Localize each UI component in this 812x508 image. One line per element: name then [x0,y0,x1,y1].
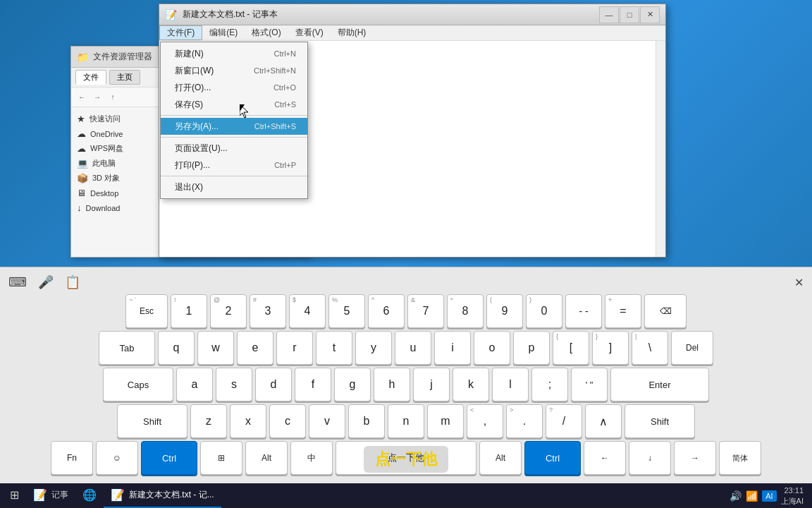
key-v[interactable]: v [309,404,345,438]
key-n[interactable]: n [388,404,424,438]
key-p[interactable]: p [513,331,550,365]
key-arrow-down[interactable]: ↓ [629,441,671,475]
menu-exit[interactable]: 退出(X) [161,179,307,195]
key-arrow-right[interactable]: → [674,441,716,475]
np-minimize-button[interactable]: — [599,6,619,23]
keyboard-layout-icon[interactable]: ⌨ [8,274,27,290]
key-h[interactable]: h [374,368,410,401]
key-comma[interactable]: <, [467,404,503,438]
np-close-button[interactable]: ✕ [640,6,660,23]
key-m[interactable]: m [427,404,464,438]
taskbar-notepad-item[interactable]: 📝 记事 [26,483,75,508]
key-l[interactable]: l [492,368,529,401]
key-o[interactable]: o [474,331,510,365]
key-fn[interactable]: Fn [51,441,93,475]
key-9[interactable]: (9 [486,294,523,328]
taskbar-start-button[interactable]: ⊞ [3,483,26,508]
taskbar-active-notepad-item[interactable]: 📝 新建文本文档.txt - 记... [104,483,221,508]
nav-forward-button[interactable]: → [91,91,104,104]
key-shift-right[interactable]: Shift [625,404,695,438]
menu-save[interactable]: 保存(S) Ctrl+S [161,96,307,113]
key-1[interactable]: !1 [171,294,207,328]
key-shift-left[interactable]: Shift [117,404,187,438]
key-a[interactable]: a [176,368,213,401]
key-u[interactable]: u [395,331,431,365]
menu-format[interactable]: 格式(O) [245,25,288,40]
key-e[interactable]: e [237,331,273,365]
menu-print[interactable]: 打印(P)... Ctrl+P [161,157,307,174]
key-2[interactable]: @2 [210,294,247,328]
key-3[interactable]: #3 [250,294,286,328]
taskbar-browser-item[interactable]: 🌐 [75,483,104,508]
key-enter[interactable]: Enter [610,368,709,401]
key-period[interactable]: >. [506,404,543,438]
key-r[interactable]: r [276,331,313,365]
menu-help[interactable]: 帮助(H) [331,25,374,40]
key-rbracket[interactable]: }] [592,331,629,365]
key-7[interactable]: &7 [407,294,444,328]
key-b[interactable]: b [348,404,385,438]
key-win[interactable]: ⊞ [200,441,242,475]
key-s[interactable]: s [216,368,252,401]
key-minus[interactable]: - - [565,294,602,328]
key-slash[interactable]: ?/ [546,404,582,438]
key-alt-left[interactable]: Alt [245,441,288,475]
key-g[interactable]: g [334,368,371,401]
key-ctrl-left[interactable]: Ctrl [141,441,197,475]
key-j[interactable]: j [413,368,450,401]
key-tab[interactable]: Tab [99,331,155,365]
key-i[interactable]: i [434,331,471,365]
key-6[interactable]: ^6 [368,294,405,328]
key-c[interactable]: c [269,404,306,438]
tray-network-icon[interactable]: 📶 [746,490,758,502]
key-alt-right[interactable]: Alt [479,441,522,475]
key-0[interactable]: )0 [526,294,562,328]
key-lbracket[interactable]: {[ [553,331,589,365]
key-x[interactable]: x [230,404,266,438]
menu-open[interactable]: 打开(O)... Ctrl+O [161,79,307,96]
keyboard-mic-icon[interactable]: 🎤 [38,274,54,290]
key-q[interactable]: q [158,331,195,365]
key-simplified[interactable]: 简体 [719,441,761,475]
menu-edit[interactable]: 编辑(E) [202,25,245,40]
tray-language-indicator[interactable]: AI [762,490,776,502]
key-ctrl-right[interactable]: Ctrl [524,441,581,475]
menu-view[interactable]: 查看(V) [288,25,331,40]
fe-tab-file[interactable]: 文件 [75,70,106,85]
nav-up-button[interactable]: ↑ [106,91,119,104]
menu-new[interactable]: 新建(N) Ctrl+N [161,45,307,62]
fe-tab-home[interactable]: 主页 [109,70,140,85]
taskbar-clock[interactable]: 23:11 上海AI [781,485,804,506]
np-maximize-button[interactable]: □ [620,6,639,23]
tray-sound-icon[interactable]: 🔊 [730,490,742,502]
key-up[interactable]: ∧ [585,404,622,438]
key-quote[interactable]: ' " [571,368,608,401]
key-w[interactable]: w [197,331,234,365]
key-semicolon[interactable]: ; [531,368,568,401]
key-f[interactable]: f [295,368,331,401]
key-esc[interactable]: ~ `Esc [125,294,168,328]
key-backspace[interactable]: ⌫ [644,294,687,328]
key-y[interactable]: y [355,331,392,365]
key-chinese[interactable]: 中 [290,441,333,475]
key-del[interactable]: Del [671,331,713,365]
key-4[interactable]: $4 [289,294,326,328]
key-5[interactable]: %5 [328,294,365,328]
key-8[interactable]: *8 [447,294,484,328]
menu-save-as[interactable]: 另存为(A)... Ctrl+Shift+S [161,118,307,135]
menu-file[interactable]: 文件(F) 新建(N) Ctrl+N 新窗口(W) Ctrl+Shift+N 打… [159,25,202,40]
menu-new-window[interactable]: 新窗口(W) Ctrl+Shift+N [161,62,307,79]
key-arrow-left[interactable]: ← [584,441,626,475]
key-emoji[interactable]: ☺ [96,441,138,475]
nav-back-button[interactable]: ← [75,91,88,104]
key-backslash[interactable]: |\ [632,331,668,365]
notepad-scrollbar[interactable] [656,41,665,257]
key-t[interactable]: t [316,331,352,365]
keyboard-close-button[interactable]: ✕ [794,276,804,289]
key-d[interactable]: d [255,368,292,401]
keyboard-clipboard-icon[interactable]: 📋 [65,274,80,290]
key-k[interactable]: k [453,368,489,401]
key-equals[interactable]: += [605,294,641,328]
key-z[interactable]: z [190,404,227,438]
menu-page-setup[interactable]: 页面设置(U)... [161,140,307,157]
